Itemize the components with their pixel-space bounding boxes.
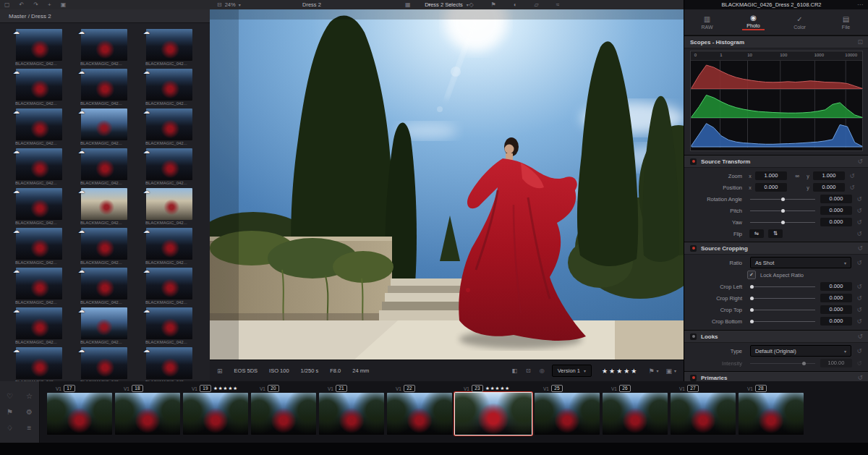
asset-thumbnail[interactable]: ☁ BLACKMAGIC_042... xyxy=(72,346,136,382)
bin-list-icon[interactable]: ▣ xyxy=(61,0,67,9)
tab-color[interactable]: ✓ Color xyxy=(783,9,817,35)
wipe-compare-icon[interactable]: ◧ xyxy=(511,366,517,375)
ratio-dropdown[interactable]: As Shot ▾ xyxy=(750,257,851,268)
enable-toggle[interactable] xyxy=(690,158,697,165)
flag-rating-control[interactable]: ⚑ ▾ xyxy=(648,367,658,375)
asset-thumbnail[interactable]: ☁ BLACKMAGIC_042... xyxy=(72,67,136,107)
asset-thumbnail[interactable]: ☁ BLACKMAGIC_042... xyxy=(137,187,201,226)
clip-thumbnail[interactable] xyxy=(671,393,736,435)
clip-thumbnail[interactable] xyxy=(47,393,112,435)
clip-thumbnail[interactable] xyxy=(183,393,248,435)
scopes-options-icon[interactable]: ⊡ xyxy=(857,38,863,46)
link-icon[interactable]: ∞ xyxy=(789,173,805,179)
clip-thumbnail[interactable] xyxy=(387,393,452,435)
add-bin-icon[interactable]: + xyxy=(48,0,51,9)
lock-aspect-checkbox[interactable]: ✓ xyxy=(747,271,756,279)
asset-thumbnail[interactable]: ☁ BLACKMAGIC_042... xyxy=(7,306,71,346)
clone-view-icon[interactable]: ⊡ xyxy=(526,366,531,375)
looks-header[interactable]: Looks ↺ xyxy=(684,330,868,343)
filmstrip-clip[interactable]: V1 26 xyxy=(603,384,668,435)
reset-icon[interactable]: ↺ xyxy=(854,259,864,266)
asset-thumbnail[interactable]: ☁ BLACKMAGIC_042... xyxy=(72,107,136,147)
filmstrip-clip[interactable]: V1 28 xyxy=(739,384,804,435)
slider-knob[interactable] xyxy=(750,285,754,289)
asset-thumbnail[interactable]: ☁ BLACKMAGIC_042... xyxy=(7,266,71,306)
source-transform-header[interactable]: Source Transform ↺ xyxy=(684,155,868,168)
tab-file[interactable]: ▤ File xyxy=(829,9,864,35)
flag-icon[interactable]: ⚑ xyxy=(7,407,13,417)
breadcrumb[interactable]: Master / Dress 2 xyxy=(9,13,51,20)
slider-value[interactable]: 0.000 xyxy=(820,195,852,203)
asset-thumbnail[interactable]: ☁ BLACKMAGIC_042... xyxy=(137,266,201,306)
filmstrip-clip[interactable]: V1 18 xyxy=(115,384,180,435)
slider-track[interactable] xyxy=(750,195,815,203)
slider-track[interactable] xyxy=(750,282,815,291)
rating-stars[interactable]: ★★★★★ xyxy=(602,367,638,375)
filmstrip-clip[interactable]: V1 27 xyxy=(671,384,736,435)
enable-toggle[interactable] xyxy=(690,375,697,381)
clip-thumbnail[interactable] xyxy=(455,393,532,435)
filmstrip-clip[interactable]: V1 25 xyxy=(535,384,600,435)
slider-value[interactable]: 0.000 xyxy=(820,305,852,314)
slider-value[interactable]: 0.000 xyxy=(820,282,852,291)
scopes-header[interactable]: Scopes - Histogram ⊡ xyxy=(684,35,868,48)
filmstrip-clip[interactable]: V1 22 xyxy=(387,384,452,435)
reset-icon[interactable]: ↺ xyxy=(854,294,864,302)
adjust-icon[interactable]: ≡ xyxy=(27,423,32,433)
viewer-title-group[interactable]: Dress 2 Selects ▾ xyxy=(210,0,684,9)
enable-toggle[interactable] xyxy=(690,245,697,252)
slider-track[interactable] xyxy=(750,317,815,326)
asset-thumbnail[interactable]: ☁ BLACKMAGIC_042... xyxy=(137,226,201,266)
star-icon[interactable]: ☆ xyxy=(26,391,33,401)
reset-icon[interactable]: ↺ xyxy=(854,347,864,354)
slider-value[interactable]: 0.000 xyxy=(820,206,852,215)
view-mode-control[interactable]: ▣ ▾ xyxy=(665,367,676,375)
asset-thumbnail[interactable]: ☁ BLACKMAGIC_042... xyxy=(137,306,201,346)
clip-thumbnail[interactable] xyxy=(535,393,600,435)
viewer-zoom-control[interactable]: ⊟ 24% ▾ xyxy=(217,0,241,9)
asset-thumbnail[interactable]: ☁ BLACKMAGIC_042... xyxy=(137,346,201,382)
asset-thumbnail[interactable]: ☁ BLACKMAGIC_042... xyxy=(137,107,201,147)
position-y-value[interactable]: 0.000 xyxy=(813,183,845,192)
reset-section-icon[interactable]: ↺ xyxy=(857,374,863,381)
reset-section-icon[interactable]: ↺ xyxy=(857,244,863,252)
flip-vertical-button[interactable]: ⇅ xyxy=(768,229,783,238)
reset-icon[interactable]: ↺ xyxy=(847,184,857,191)
slider-track[interactable] xyxy=(750,206,815,215)
slider-knob[interactable] xyxy=(750,297,754,300)
asset-thumbnail[interactable]: ☁ BLACKMAGIC_042... xyxy=(7,107,71,147)
slider-value[interactable]: 0.000 xyxy=(820,218,852,226)
filmstrip-clip[interactable]: V1 23 ★★★★★ xyxy=(455,384,532,435)
reset-icon[interactable]: ↺ xyxy=(847,172,857,179)
clip-thumbnail[interactable] xyxy=(739,393,804,435)
reset-section-icon[interactable]: ↺ xyxy=(857,333,863,340)
position-x-value[interactable]: 0.000 xyxy=(755,183,787,192)
version-dropdown[interactable]: Version 1 ▾ xyxy=(552,365,592,377)
slider-track[interactable] xyxy=(750,294,815,302)
tab-photo[interactable]: ◉ Photo xyxy=(736,9,771,35)
asset-thumbnail[interactable]: ☁ BLACKMAGIC_042... xyxy=(7,346,71,382)
reset-icon[interactable]: ↺ xyxy=(854,360,864,367)
clip-thumbnail[interactable] xyxy=(603,393,668,435)
asset-thumbnail[interactable]: ☁ BLACKMAGIC_042... xyxy=(7,27,71,67)
reset-icon[interactable]: ↺ xyxy=(854,195,864,203)
asset-thumbnail[interactable]: ☁ BLACKMAGIC_042... xyxy=(7,147,71,187)
zoom-x-value[interactable]: 1.000 xyxy=(755,171,787,180)
asset-thumbnail[interactable]: ☁ BLACKMAGIC_042... xyxy=(72,226,136,266)
clip-thumbnail[interactable] xyxy=(251,393,316,435)
asset-thumbnail[interactable]: ☁ BLACKMAGIC_042... xyxy=(72,27,136,67)
asset-thumbnail[interactable]: ☁ BLACKMAGIC_042... xyxy=(137,27,201,67)
viewer-canvas[interactable] xyxy=(210,9,684,360)
slider-knob[interactable] xyxy=(781,209,785,213)
clip-thumbnail[interactable] xyxy=(115,393,180,435)
slider-knob[interactable] xyxy=(781,197,785,201)
gear-icon[interactable]: ⚙ xyxy=(26,407,33,417)
filmstrip-clip[interactable]: V1 19 ★★★★★ xyxy=(183,384,248,435)
slider-track[interactable] xyxy=(750,218,815,226)
slider-track[interactable] xyxy=(750,305,815,314)
reset-icon[interactable]: ↺ xyxy=(854,230,864,237)
asset-thumbnail[interactable]: ☁ BLACKMAGIC_042... xyxy=(7,226,71,266)
intensity-slider[interactable] xyxy=(750,359,815,367)
asset-thumbnail[interactable]: ☁ BLACKMAGIC_042... xyxy=(7,67,71,107)
slider-value[interactable]: 0.000 xyxy=(820,294,852,302)
